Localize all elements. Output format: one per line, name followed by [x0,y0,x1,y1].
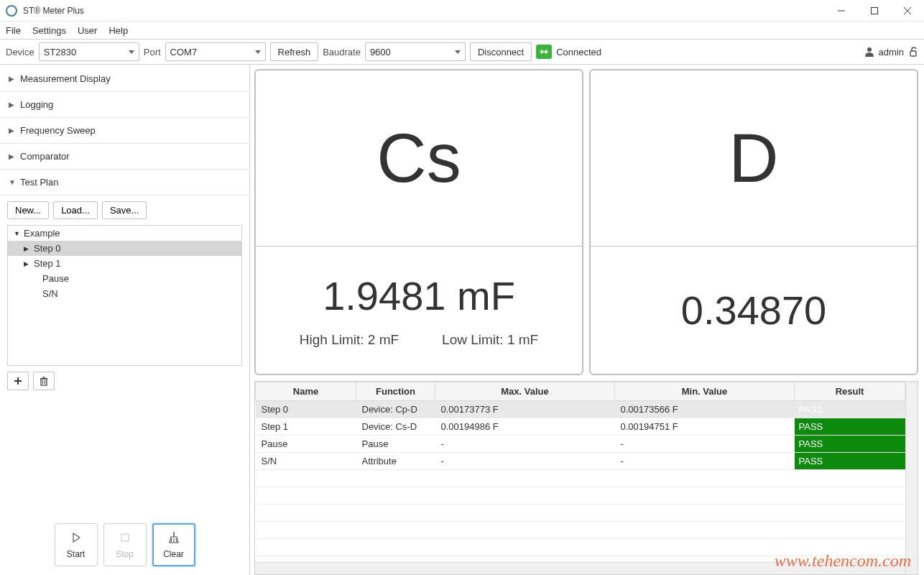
save-button[interactable]: Save... [102,201,147,219]
stop-icon [120,530,130,545]
table-row-empty [256,522,905,539]
table-row[interactable]: Step 1Device: Cs-D0.00194986 F0.00194751… [256,418,905,436]
table-row-empty [256,487,905,505]
secondary-param: D [729,119,778,198]
app-title: ST® Meter Plus [23,6,825,16]
broom-icon [167,530,180,545]
th-min[interactable]: Min. Value [615,382,795,401]
new-button[interactable]: New... [7,201,49,219]
svg-rect-8 [41,379,47,385]
chevron-down-icon [129,50,134,54]
play-icon [70,530,82,545]
minimize-button[interactable] [825,0,858,22]
sidebar: ▶Measurement Display ▶Logging ▶Frequency… [0,65,250,575]
username: admin [879,47,904,58]
start-button[interactable]: Start [55,523,98,566]
accordion-logging[interactable]: ▶Logging [0,92,249,118]
results-table: Name Function Max. Value Min. Value Resu… [255,382,905,556]
chevron-right-icon: ▶ [9,126,14,134]
tree-item-sn[interactable]: S/N [8,286,241,301]
chevron-down-icon [255,50,261,54]
results-table-area: Name Function Max. Value Min. Value Resu… [254,381,918,575]
th-max[interactable]: Max. Value [435,382,615,401]
svg-point-4 [867,47,872,52]
low-limit: Low Limit: 1 mF [442,332,538,348]
table-row[interactable]: PausePause--PASS [256,436,905,453]
unlock-icon [908,47,918,57]
stop-button[interactable]: Stop [103,523,147,566]
delete-button[interactable] [33,372,55,390]
menu-file[interactable]: File [6,25,21,36]
baudrate-dropdown[interactable]: 9600 [365,42,466,61]
chevron-down-icon [455,50,461,54]
accordion-frequency[interactable]: ▶Frequency Sweep [0,118,249,144]
readout-secondary: D 0.34870 [589,69,918,375]
toolbar: Device ST2830 Port COM7 Refresh Baudrate… [0,39,924,65]
chevron-right-icon: ▶ [24,260,31,267]
main-area: Cs 1.9481 mF High Limit: 2 mF Low Limit:… [250,65,924,575]
scrollbar-vertical[interactable] [905,382,918,574]
chevron-right-icon: ▶ [9,152,14,160]
primary-param: Cs [376,119,461,198]
accordion-measurement[interactable]: ▶Measurement Display [0,66,249,92]
chevron-right-icon: ▶ [9,75,14,83]
tree-item-step1[interactable]: ▶Step 1 [8,256,241,271]
th-name[interactable]: Name [256,382,356,401]
tree-root[interactable]: ▼Example [8,226,241,241]
window-controls [825,0,924,22]
svg-rect-5 [910,51,916,56]
chevron-down-icon: ▼ [14,230,21,237]
connection-status-icon [536,45,552,59]
menu-settings[interactable]: Settings [32,25,66,36]
load-button[interactable]: Load... [53,201,98,219]
high-limit: High Limit: 2 mF [300,332,399,348]
svg-line-17 [176,538,177,543]
primary-value: 1.9481 mF [323,272,515,319]
refresh-button[interactable]: Refresh [270,42,319,61]
tree-item-step0[interactable]: ▶Step 0 [8,241,241,256]
testplan-content: New... Load... Save... ▼Example ▶Step 0 … [0,196,249,393]
tree-item-pause[interactable]: Pause [8,271,241,286]
user-area[interactable]: admin [864,47,918,58]
chevron-down-icon: ▼ [9,178,14,186]
close-button[interactable] [891,0,924,22]
port-label: Port [144,47,161,58]
testplan-tree[interactable]: ▼Example ▶Step 0 ▶Step 1 Pause S/N [7,225,242,366]
port-value: COM7 [170,47,251,58]
user-icon [864,47,874,57]
watermark: www.tehencom.com [775,551,911,571]
app-icon [6,5,17,17]
menu-user[interactable]: User [78,25,97,36]
th-result[interactable]: Result [795,382,905,401]
port-dropdown[interactable]: COM7 [165,42,266,61]
titlebar: ST® Meter Plus [0,0,924,22]
svg-rect-13 [121,534,129,541]
baudrate-value: 9600 [370,47,451,58]
baudrate-label: Baudrate [323,47,361,58]
add-button[interactable] [7,372,29,390]
table-row-empty [256,505,905,522]
maximize-button[interactable] [858,0,891,22]
secondary-value: 0.34870 [681,287,826,334]
action-buttons: Start Stop Clear [0,515,249,575]
svg-rect-1 [872,7,878,14]
table-row[interactable]: S/NAttribute--PASS [256,453,905,470]
trash-icon [39,376,49,386]
accordion-comparator[interactable]: ▶Comparator [0,144,249,170]
device-value: ST2830 [44,47,124,58]
chevron-right-icon: ▶ [24,245,31,252]
device-dropdown[interactable]: ST2830 [39,42,139,61]
table-row-empty [256,470,905,487]
disconnect-button[interactable]: Disconnect [470,42,532,61]
table-row[interactable]: Step 0Device: Cp-D0.00173773 F0.00173566… [256,401,905,418]
clear-button[interactable]: Clear [152,523,195,566]
svg-line-15 [171,538,172,543]
chevron-right-icon: ▶ [9,101,14,109]
menu-help[interactable]: Help [108,25,128,36]
device-label: Device [6,47,34,58]
plus-icon [13,376,23,386]
th-function[interactable]: Function [356,382,435,401]
readouts: Cs 1.9481 mF High Limit: 2 mF Low Limit:… [254,69,918,375]
readout-primary: Cs 1.9481 mF High Limit: 2 mF Low Limit:… [254,69,583,375]
accordion-testplan[interactable]: ▼Test Plan [0,170,249,196]
